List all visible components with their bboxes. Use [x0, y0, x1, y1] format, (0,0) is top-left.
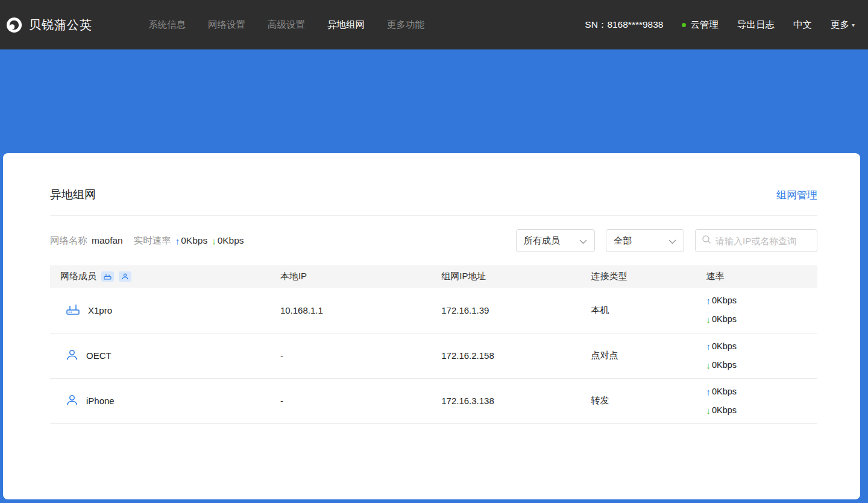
down-arrow-icon: ↓ — [706, 401, 711, 420]
col-header-conn-type: 连接类型 — [591, 265, 706, 288]
table-header-row: 网络成员 — [50, 265, 817, 288]
member-name: OECT — [86, 350, 112, 361]
nav-item-remote-networking[interactable]: 异地组网 — [327, 19, 365, 31]
speed: ↑ 0Kbps ↓ 0Kbps — [706, 333, 817, 378]
col-header-vpn-ip: 组网IP地址 — [441, 265, 591, 288]
user-device-icon — [66, 394, 78, 408]
user-device-icon — [66, 349, 78, 363]
network-info-row: 网络名称 maofan 实时速率 ↑ 0Kbps ↓ 0Kbps 所有成员 — [50, 229, 817, 252]
conn-type: 点对点 — [591, 333, 706, 378]
remote-networking-panel: 异地组网 组网管理 网络名称 maofan 实时速率 ↑ 0Kbps ↓ 0Kb… — [3, 153, 860, 499]
serial-number-label: SN： — [585, 19, 607, 31]
up-arrow-icon: ↑ — [706, 382, 711, 401]
nav-item-more-features[interactable]: 更多功能 — [387, 19, 424, 31]
col-header-members: 网络成员 — [60, 271, 96, 282]
table-row: OECT - 172.16.2.158 点对点 ↑ 0Kbps ↓ 0Kbps — [50, 333, 817, 378]
member-table: 网络成员 — [50, 265, 817, 424]
speed: ↑ 0Kbps ↓ 0Kbps — [706, 288, 817, 333]
network-name-value: maofan — [92, 235, 123, 246]
filter-controls: 所有成员 全部 — [516, 229, 817, 252]
brand-logo-icon — [6, 17, 22, 33]
down-arrow-icon: ↓ — [212, 236, 216, 246]
more-menu[interactable]: 更多 ▾ — [831, 19, 855, 31]
more-menu-label: 更多 — [831, 19, 849, 31]
up-arrow-icon: ↑ — [706, 291, 711, 310]
col-header-local-ip: 本地IP — [280, 265, 441, 288]
network-manage-link[interactable]: 组网管理 — [776, 188, 817, 202]
top-navbar: 贝锐蒲公英 系统信息 网络设置 高级设置 异地组网 更多功能 SN： 8168*… — [0, 0, 868, 49]
cloud-management-label: 云管理 — [690, 19, 719, 31]
local-ip: - — [280, 333, 441, 378]
table-row: X1pro 10.168.1.1 172.16.1.39 本机 ↑ 0Kbps … — [50, 288, 817, 333]
down-arrow-icon: ↓ — [706, 310, 711, 329]
online-status-dot-icon — [682, 23, 686, 27]
nav-item-network-settings[interactable]: 网络设置 — [208, 19, 245, 31]
panel-header: 异地组网 组网管理 — [50, 187, 817, 203]
speed: ↑ 0Kbps ↓ 0Kbps — [706, 378, 817, 423]
type-filter-select[interactable]: 全部 — [606, 229, 684, 252]
brand[interactable]: 贝锐蒲公英 — [6, 17, 92, 33]
chevron-down-icon: ▾ — [852, 22, 855, 28]
member-name: X1pro — [88, 305, 112, 315]
upload-speed: ↑ 0Kbps — [175, 235, 207, 246]
brand-name: 贝锐蒲公英 — [29, 17, 92, 33]
realtime-speed-label: 实时速率 — [134, 235, 171, 247]
cloud-management-link[interactable]: 云管理 — [682, 19, 719, 31]
local-ip: - — [280, 378, 441, 423]
vpn-ip: 172.16.2.158 — [441, 333, 591, 378]
nav-item-system-info[interactable]: 系统信息 — [148, 19, 186, 31]
serial-number-value: 8168****9838 — [607, 19, 663, 30]
conn-type: 本机 — [591, 288, 706, 333]
member-name: iPhone — [86, 396, 115, 406]
language-switcher[interactable]: 中文 — [793, 19, 812, 31]
page-body: 异地组网 组网管理 网络名称 maofan 实时速率 ↑ 0Kbps ↓ 0Kb… — [3, 153, 860, 499]
vpn-ip: 172.16.1.39 — [441, 288, 591, 333]
up-arrow-icon: ↑ — [175, 236, 180, 246]
vpn-ip: 172.16.3.138 — [441, 378, 591, 423]
main-nav: 系统信息 网络设置 高级设置 异地组网 更多功能 — [148, 19, 424, 31]
down-arrow-icon: ↓ — [706, 356, 711, 375]
download-speed-value: 0Kbps — [218, 235, 244, 246]
chevron-down-icon — [579, 236, 587, 246]
router-device-icon — [66, 303, 80, 317]
table-row: iPhone - 172.16.3.138 转发 ↑ 0Kbps ↓ 0Kbps — [50, 378, 817, 423]
header-divider — [50, 215, 817, 216]
page-title: 异地组网 — [50, 187, 96, 203]
upload-speed-value: 0Kbps — [181, 235, 207, 246]
up-arrow-icon: ↑ — [706, 337, 711, 356]
network-summary: 网络名称 maofan 实时速率 ↑ 0Kbps ↓ 0Kbps — [50, 235, 244, 247]
member-filter-select[interactable]: 所有成员 — [516, 229, 595, 252]
navbar-right: SN： 8168****9838 云管理 导出日志 中文 更多 ▾ — [585, 19, 855, 31]
network-name-label: 网络名称 — [50, 235, 87, 247]
export-log-link[interactable]: 导出日志 — [737, 19, 775, 31]
member-filter-value: 所有成员 — [524, 235, 560, 247]
search-box — [695, 229, 817, 252]
local-ip: 10.168.1.1 — [280, 288, 441, 333]
nav-item-advanced-settings[interactable]: 高级设置 — [268, 19, 305, 31]
search-input[interactable] — [715, 236, 811, 246]
search-icon — [702, 235, 711, 247]
serial-number: SN： 8168****9838 — [585, 19, 663, 31]
router-filter-icon[interactable] — [101, 271, 114, 282]
download-speed: ↓ 0Kbps — [212, 235, 244, 246]
col-header-speed: 速率 — [706, 265, 817, 288]
chevron-down-icon — [668, 236, 676, 246]
type-filter-value: 全部 — [614, 235, 632, 247]
user-filter-icon[interactable] — [119, 271, 131, 282]
conn-type: 转发 — [591, 378, 706, 423]
